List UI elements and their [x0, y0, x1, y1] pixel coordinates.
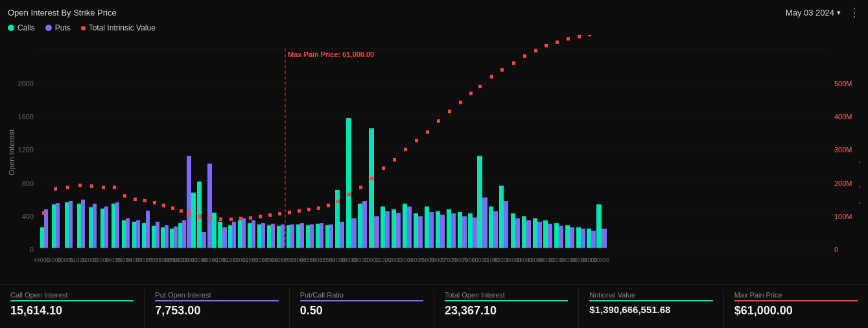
intrinsic-label: Total Intrinsic Value	[89, 23, 156, 32]
svg-text:1600: 1600	[18, 113, 34, 121]
svg-rect-131	[602, 229, 607, 248]
svg-rect-119	[537, 222, 542, 248]
svg-rect-30	[77, 204, 81, 248]
svg-rect-165	[382, 167, 385, 170]
svg-rect-54	[197, 182, 202, 248]
svg-rect-27	[56, 203, 60, 248]
svg-rect-154	[268, 213, 272, 217]
svg-rect-66	[257, 224, 261, 248]
svg-text:2000: 2000	[18, 80, 34, 88]
svg-rect-142	[153, 201, 156, 204]
svg-rect-130	[596, 204, 602, 248]
date-label: May 03 2024	[786, 8, 834, 18]
chart-svg: 0 400 800 1200 1600 2000 0 100M 200M 300…	[8, 35, 860, 284]
svg-rect-99	[429, 212, 434, 248]
svg-rect-120	[543, 220, 548, 248]
svg-rect-163	[359, 186, 362, 189]
svg-rect-82	[335, 190, 340, 248]
svg-rect-35	[104, 207, 108, 248]
svg-rect-175	[490, 75, 493, 78]
stat-max-pain-price: Max Pain Price $61,000.00	[724, 288, 868, 328]
puts-label: Puts	[55, 23, 71, 32]
svg-text:400: 400	[22, 212, 34, 220]
svg-rect-100	[436, 211, 440, 248]
bottom-stats: Call Open Interest 15,614.10 Put Open In…	[0, 284, 868, 328]
svg-rect-75	[300, 223, 304, 248]
svg-rect-141	[143, 199, 147, 202]
stat-underline-put-oi	[155, 300, 278, 301]
svg-rect-61	[232, 222, 236, 248]
svg-rect-53	[191, 193, 196, 248]
svg-rect-162	[347, 193, 351, 196]
svg-rect-125	[570, 228, 574, 248]
svg-rect-164	[370, 177, 373, 180]
stat-value-total-oi: 23,367.10	[445, 304, 568, 318]
intrinsic-square	[81, 26, 86, 30]
stat-total-open-interest: Total Open Interest 23,367.10	[434, 288, 579, 328]
svg-rect-171	[448, 110, 451, 113]
svg-rect-151	[239, 217, 242, 220]
svg-rect-176	[500, 68, 504, 71]
svg-rect-85	[351, 218, 357, 248]
svg-rect-96	[414, 213, 418, 248]
svg-rect-43	[146, 211, 150, 248]
svg-rect-65	[252, 220, 255, 248]
svg-rect-116	[522, 216, 526, 248]
svg-rect-155	[278, 212, 281, 215]
svg-rect-46	[161, 228, 165, 248]
more-options-icon[interactable]: ⋮	[849, 5, 860, 19]
svg-rect-72	[287, 225, 290, 248]
svg-rect-97	[418, 216, 423, 248]
svg-rect-146	[188, 212, 191, 215]
svg-rect-77	[310, 224, 314, 248]
svg-text:800: 800	[22, 179, 34, 187]
svg-rect-132	[42, 211, 45, 215]
svg-text:1200: 1200	[18, 146, 34, 154]
svg-rect-34	[100, 209, 104, 248]
svg-rect-117	[526, 220, 531, 248]
svg-rect-136	[90, 184, 93, 187]
svg-rect-115	[515, 218, 520, 248]
svg-text:200M: 200M	[834, 179, 852, 187]
svg-rect-74	[296, 224, 300, 248]
svg-rect-144	[171, 207, 174, 210]
svg-rect-140	[134, 198, 137, 201]
stat-underline-pc-ratio	[300, 300, 423, 301]
svg-rect-31	[81, 200, 85, 248]
svg-rect-55	[202, 232, 206, 248]
svg-rect-80	[325, 225, 329, 248]
svg-rect-126	[576, 228, 581, 248]
svg-rect-93	[396, 213, 401, 248]
svg-rect-40	[132, 222, 136, 248]
svg-rect-86	[358, 204, 362, 248]
svg-rect-159	[317, 207, 320, 210]
svg-rect-71	[281, 224, 285, 248]
svg-rect-128	[587, 229, 591, 248]
svg-rect-28	[65, 202, 69, 248]
svg-rect-145	[180, 209, 183, 213]
stat-label-max-pain: Max Pain Price	[734, 291, 858, 299]
svg-rect-139	[123, 194, 126, 197]
svg-rect-158	[307, 208, 311, 211]
svg-rect-167	[404, 148, 407, 151]
svg-rect-138	[113, 186, 116, 189]
puts-dot	[45, 25, 52, 31]
svg-rect-104	[458, 212, 462, 248]
svg-rect-181	[556, 41, 559, 44]
date-selector[interactable]: May 03 2024 ▾	[786, 8, 841, 18]
svg-rect-59	[222, 228, 227, 248]
svg-rect-76	[306, 225, 310, 248]
svg-rect-42	[142, 223, 146, 248]
svg-rect-177	[512, 62, 515, 65]
svg-rect-105	[462, 216, 467, 248]
svg-text:100M: 100M	[834, 212, 852, 220]
stat-label-notional: Notional Value	[589, 291, 712, 299]
svg-rect-78	[316, 224, 320, 248]
svg-rect-64	[248, 223, 252, 248]
svg-rect-178	[523, 54, 526, 58]
svg-rect-152	[249, 216, 252, 219]
svg-rect-87	[362, 201, 367, 248]
stat-value-put-oi: 7,753.00	[155, 304, 278, 318]
chevron-down-icon[interactable]: ▾	[837, 8, 841, 17]
svg-rect-143	[162, 204, 165, 207]
